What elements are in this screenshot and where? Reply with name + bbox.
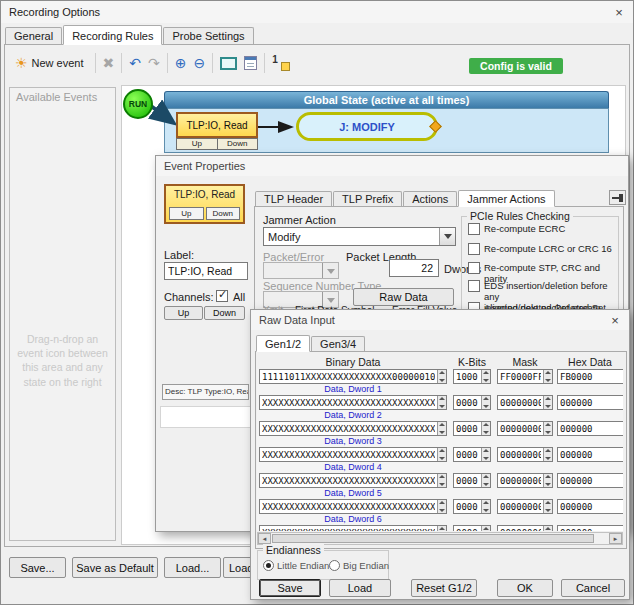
close-icon[interactable]: × (605, 1, 633, 23)
mask-input[interactable] (499, 370, 542, 383)
mask-input[interactable] (499, 500, 542, 513)
binary-field[interactable] (259, 447, 447, 462)
dropdown-arrow-icon[interactable] (439, 228, 455, 245)
hex-field[interactable] (557, 473, 623, 488)
spin-up-icon[interactable] (482, 526, 490, 531)
spin-down-icon[interactable] (544, 429, 552, 436)
load-button[interactable]: Load... (164, 557, 221, 578)
mask-input[interactable] (499, 526, 542, 531)
mask-field[interactable] (497, 447, 553, 462)
scrollbar-thumb[interactable] (272, 534, 594, 543)
checkbox[interactable] (468, 280, 480, 292)
canvas-event-box[interactable]: TLP:IO, Read (176, 112, 258, 138)
pcie-checkbox-row[interactable]: Re-compute ECRC (468, 223, 620, 235)
mask-input[interactable] (499, 396, 542, 409)
binary-field[interactable] (259, 421, 447, 436)
spinner-icon[interactable] (437, 396, 446, 409)
spin-down-icon[interactable] (438, 455, 446, 462)
mask-field[interactable] (497, 473, 553, 488)
kbits-field[interactable] (453, 395, 491, 410)
mask-input[interactable] (499, 422, 542, 435)
spinner-icon[interactable] (437, 526, 446, 531)
binary-input[interactable] (261, 526, 436, 531)
kbits-field[interactable] (453, 473, 491, 488)
binary-input[interactable] (261, 396, 436, 409)
binary-input[interactable] (261, 500, 436, 513)
spinner-icon[interactable] (543, 396, 552, 409)
kbits-input[interactable] (455, 526, 480, 531)
binary-field[interactable] (259, 369, 447, 384)
redo-icon[interactable]: ↷ (148, 56, 160, 70)
spinner-icon[interactable] (437, 422, 446, 435)
hex-field[interactable] (557, 421, 623, 436)
save-as-default-button[interactable]: Save as Default (72, 557, 158, 578)
spin-down-icon[interactable] (544, 403, 552, 410)
kbits-input[interactable] (455, 448, 480, 461)
spin-down-icon[interactable] (482, 507, 490, 514)
radio-icon[interactable] (329, 560, 340, 571)
kbits-field[interactable] (453, 421, 491, 436)
hex-field[interactable] (557, 395, 623, 410)
endian-radio-big-endian[interactable]: Big Endian (329, 560, 389, 571)
kbits-input[interactable] (455, 396, 480, 409)
hex-input[interactable] (559, 396, 623, 409)
undo-icon[interactable]: ↶ (129, 56, 141, 70)
spin-up-icon[interactable] (438, 526, 446, 531)
kbits-input[interactable] (455, 370, 480, 383)
binary-input[interactable] (261, 370, 436, 383)
spin-down-icon[interactable] (438, 507, 446, 514)
spin-down-icon[interactable] (544, 377, 552, 384)
spin-down-icon[interactable] (438, 481, 446, 488)
binary-input[interactable] (261, 474, 436, 487)
load-button[interactable]: Load (329, 579, 391, 597)
pin-icon[interactable] (609, 190, 626, 205)
spinner-icon[interactable] (481, 422, 490, 435)
canvas-down-button[interactable]: Down (218, 138, 259, 150)
checkbox[interactable] (468, 223, 480, 235)
mask-field[interactable] (497, 499, 553, 514)
hex-input[interactable] (559, 422, 623, 435)
tab-tlp-header[interactable]: TLP Header (255, 191, 332, 206)
binary-field[interactable] (259, 395, 447, 410)
spin-down-icon[interactable] (544, 507, 552, 514)
spinner-icon[interactable] (481, 448, 490, 461)
tab-actions[interactable]: Actions (403, 191, 457, 206)
close-icon[interactable]: × (601, 310, 629, 330)
up-button[interactable]: Up (164, 306, 203, 320)
new-event-button[interactable]: ☀ New event (11, 54, 88, 72)
spin-down-icon[interactable] (482, 429, 490, 436)
spin-down-icon[interactable] (482, 403, 490, 410)
hex-input[interactable] (559, 370, 623, 383)
fit-screen-icon[interactable] (220, 57, 237, 70)
binary-field[interactable] (259, 473, 447, 488)
binary-field[interactable] (259, 499, 447, 514)
kbits-input[interactable] (455, 422, 480, 435)
kbits-field[interactable] (453, 499, 491, 514)
spinner-icon[interactable] (543, 474, 552, 487)
hex-input[interactable] (559, 526, 623, 531)
hex-input[interactable] (559, 500, 623, 513)
tab-jammer-actions[interactable]: Jammer Actions (458, 190, 554, 207)
kbits-field[interactable] (453, 525, 491, 531)
channels-all-checkbox[interactable] (216, 290, 228, 302)
spin-down-icon[interactable] (438, 403, 446, 410)
ok-button[interactable]: OK (497, 579, 553, 597)
binary-field[interactable] (259, 525, 447, 531)
checkbox[interactable] (468, 243, 480, 255)
spin-down-icon[interactable] (438, 377, 446, 384)
event-up-button[interactable]: Up (169, 207, 204, 220)
tab-general[interactable]: General (5, 27, 62, 44)
mask-field[interactable] (497, 421, 553, 436)
hex-field[interactable] (557, 447, 623, 462)
run-node[interactable]: RUN (123, 89, 153, 119)
hex-field[interactable] (557, 369, 623, 384)
down-button[interactable]: Down (204, 306, 245, 320)
spinner-icon[interactable] (437, 500, 446, 513)
checkbox[interactable] (468, 262, 480, 274)
spin-down-icon[interactable] (544, 481, 552, 488)
spinner-icon[interactable] (481, 370, 490, 383)
hex-input[interactable] (559, 474, 623, 487)
tab-recording-rules[interactable]: Recording Rules (63, 25, 162, 45)
mask-field[interactable] (497, 525, 553, 531)
tab-gen3-4[interactable]: Gen3/4 (311, 336, 365, 351)
